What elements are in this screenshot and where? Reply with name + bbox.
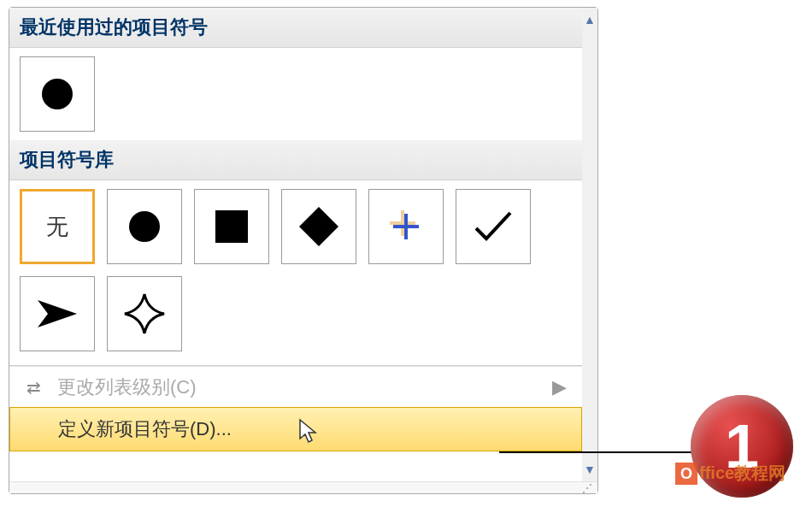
- svg-point-1: [129, 211, 160, 242]
- filled-circle-icon: [40, 77, 74, 111]
- library-bullets-grid: 无: [9, 180, 582, 360]
- filled-square-icon: [215, 210, 248, 243]
- library-section-header: 项目符号库: [9, 140, 582, 180]
- office-logo-icon: O: [675, 463, 697, 485]
- scroll-up-icon[interactable]: ▲: [584, 13, 596, 27]
- callout-line: [499, 451, 696, 453]
- none-label: 无: [46, 212, 68, 242]
- main-area: 最近使用过的项目符号 项目符号库 无: [9, 8, 582, 481]
- bullet-none[interactable]: 无: [20, 189, 95, 264]
- plus-icon: [393, 214, 419, 239]
- bullet-filled-circle[interactable]: [20, 56, 95, 132]
- change-level-label: 更改列表级别(C): [57, 374, 197, 400]
- bullet-four-point-star[interactable]: [107, 276, 182, 351]
- define-new-bullet-menu[interactable]: 定义新项目符号(D)...: [9, 407, 582, 451]
- bullet-filled-circle[interactable]: [107, 189, 182, 264]
- bullet-dropdown-panel: 最近使用过的项目符号 项目符号库 无: [9, 7, 598, 494]
- change-list-level-menu: ⇄ 更改列表级别(C) ▶: [9, 366, 582, 407]
- svg-marker-4: [38, 300, 77, 327]
- watermark: Office教程网: [675, 462, 786, 485]
- recent-section-header: 最近使用过的项目符号: [9, 8, 582, 48]
- recent-bullets-grid: [9, 48, 582, 140]
- scroll-content: 最近使用过的项目符号 项目符号库 无: [9, 8, 597, 481]
- vertical-scrollbar[interactable]: ▲ ▼: [582, 8, 597, 481]
- cursor-icon: [297, 418, 318, 444]
- bullet-filled-square[interactable]: [194, 189, 269, 264]
- bullet-filled-diamond[interactable]: [281, 189, 356, 264]
- svg-rect-2: [215, 210, 248, 243]
- four-point-star-icon: [123, 292, 166, 335]
- arrowhead-icon: [36, 297, 79, 331]
- submenu-arrow-icon: ▶: [552, 376, 567, 398]
- define-new-label: 定义新项目符号(D)...: [58, 416, 232, 442]
- filled-diamond-icon: [299, 207, 338, 246]
- checkmark-icon: [473, 209, 514, 244]
- svg-point-0: [42, 79, 73, 109]
- scroll-down-icon[interactable]: ▼: [584, 463, 596, 476]
- watermark-text: ffice教程网: [699, 463, 786, 482]
- bullet-arrowhead[interactable]: [20, 276, 95, 351]
- svg-marker-3: [299, 207, 338, 246]
- bullet-checkmark[interactable]: [456, 189, 531, 264]
- bullet-plus-cross[interactable]: [368, 189, 444, 264]
- resize-grip[interactable]: ⋰: [9, 481, 597, 493]
- indent-icon: ⇄: [21, 377, 45, 398]
- filled-circle-icon: [127, 209, 162, 244]
